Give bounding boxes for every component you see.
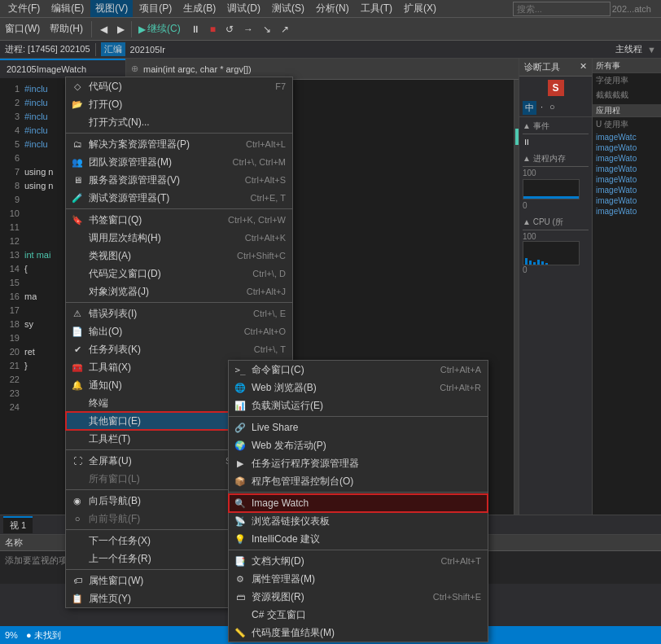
- function-label: main(int argc, char * argv[]): [143, 64, 252, 74]
- sep3: [66, 302, 292, 303]
- fwd-btn[interactable]: ▶: [112, 22, 129, 37]
- menu-debug[interactable]: 调试(D): [222, 0, 265, 17]
- watch-panel-header: 所有事: [593, 59, 661, 73]
- zoom-level: 9%: [5, 630, 18, 640]
- restart-btn[interactable]: ↺: [221, 22, 239, 37]
- window-title: 202...atch: [612, 4, 658, 14]
- submenu-load-test[interactable]: 📊 负载测试运行(E): [229, 396, 488, 414]
- submenu-command-window[interactable]: >_ 命令窗口(C) Ctrl+Alt+A: [229, 361, 488, 379]
- code-menu-icon: ◇: [71, 81, 84, 92]
- menu-item-team-explorer[interactable]: 👥 团队资源管理器(M) Ctrl+\, Ctrl+M: [66, 153, 292, 171]
- submenu-web-publish[interactable]: 🌍 Web 发布活动(P): [229, 436, 488, 454]
- menu-analyze[interactable]: 分析(N): [311, 0, 354, 17]
- process-label: 进程: [17456] 202105: [5, 43, 90, 55]
- image-watch-label: Image Watch: [252, 497, 481, 509]
- diagnostics-close-icon[interactable]: ✕: [580, 61, 587, 72]
- menu-project[interactable]: 项目(P): [134, 0, 177, 17]
- submenu-intellicode[interactable]: 💡 IntelliCode 建议: [229, 530, 488, 548]
- sep1: [66, 133, 292, 134]
- memory-section: ▲ 进程内存 100 0: [519, 150, 592, 213]
- submenu-resource-view[interactable]: 🗃 资源视图(R) Ctrl+Shift+E: [229, 588, 488, 606]
- stepover-btn[interactable]: →: [239, 22, 258, 37]
- menu-build[interactable]: 生成(B): [178, 0, 221, 17]
- submenu-prop-manager[interactable]: ⚙ 属性管理器(M): [229, 570, 488, 588]
- s-icon: S: [548, 80, 564, 96]
- watch-tab-1[interactable]: 视 1: [3, 516, 33, 533]
- menu-item-call-hierarchy[interactable]: 调用层次结构(H) Ctrl+Alt+K: [66, 229, 292, 247]
- events-controls: ⏸: [523, 138, 589, 147]
- menu-test[interactable]: 测试(S): [267, 0, 309, 17]
- back-btn[interactable]: ◀: [95, 22, 112, 37]
- pause-btn[interactable]: ⏸: [186, 22, 205, 37]
- events-section: ▲ 事件 ⏸: [519, 117, 592, 150]
- menu-item-task-list[interactable]: ✔ 任务列表(K) Ctrl+\, T: [66, 340, 292, 358]
- code-tab[interactable]: 202105ImageWatch: [0, 59, 125, 78]
- cpu-chart: [523, 241, 580, 265]
- menu-view[interactable]: 视图(V): [90, 0, 133, 17]
- sub-sep1: [229, 416, 488, 417]
- stepinto-btn[interactable]: ↘: [258, 22, 276, 37]
- watch-panel: 所有事 字使用率 截截截截 应用程 U 使用率 imageWatc imageW…: [592, 59, 661, 515]
- menu-item-open[interactable]: 📂 打开(O): [66, 95, 292, 113]
- stepout-btn[interactable]: ↗: [276, 22, 294, 37]
- watch-entry-1: imageWatc: [593, 132, 661, 142]
- submenu-live-share[interactable]: 🔗 Live Share: [229, 418, 488, 436]
- search-input[interactable]: [513, 2, 611, 16]
- sub-sep3: [229, 550, 488, 550]
- watch-entry-7: imageWato: [593, 195, 661, 206]
- compile-label: 汇编: [101, 42, 125, 56]
- menu-item-error-list[interactable]: ⚠ 错误列表(I) Ctrl+\, E: [66, 304, 292, 322]
- submenu-csharp-interactive[interactable]: C# 交互窗口: [229, 606, 488, 624]
- menu-item-server-explorer[interactable]: 🖥 服务器资源管理器(V) Ctrl+Alt+S: [66, 171, 292, 189]
- sep2: [66, 208, 292, 209]
- status-text: ● 未找到: [26, 629, 61, 642]
- submenu-task-runner[interactable]: ▶ 任务运行程序资源管理器: [229, 454, 488, 472]
- menu-file[interactable]: 文件(F): [3, 0, 45, 17]
- diag-toolbar: 中 · ○: [519, 99, 592, 117]
- menu-item-output[interactable]: 📄 输出(O) Ctrl+Alt+O: [66, 322, 292, 340]
- menu-tools[interactable]: 工具(T): [356, 0, 397, 17]
- main-thread-label: 主线程: [615, 43, 642, 55]
- stop-btn[interactable]: ■: [205, 22, 221, 37]
- watch-entry-6: imageWato: [593, 185, 661, 195]
- continue-button[interactable]: ▶ 继续(C): [134, 20, 186, 37]
- cpu-section: ▲ CPU (所 100 0: [519, 213, 592, 278]
- compile-file: 202105Ir: [130, 45, 165, 55]
- menu-item-code[interactable]: ◇ 代码(C) F7: [66, 77, 292, 95]
- diag-btn-2[interactable]: ·: [538, 101, 545, 115]
- watch-entry-3: imageWato: [593, 153, 661, 164]
- menu-window[interactable]: 窗口(W): [0, 20, 45, 37]
- menu-bar: 文件(F) 编辑(E) 视图(V) 项目(P) 生成(B) 调试(D) 测试(S…: [0, 0, 661, 18]
- diag-btn-3[interactable]: ○: [547, 101, 558, 115]
- sub-sep2: [229, 492, 488, 493]
- submenu-browser-link[interactable]: 📡 浏览器链接仪表板: [229, 512, 488, 530]
- watch-entry-5: imageWato: [593, 174, 661, 185]
- watch-entry-4: imageWato: [593, 164, 661, 174]
- menu-item-bookmarks[interactable]: 🔖 书签窗口(Q) Ctrl+K, Ctrl+W: [66, 211, 292, 229]
- open-icon: 📂: [71, 99, 84, 110]
- pause-events-icon[interactable]: ⏸: [523, 138, 531, 147]
- diagnostics-panel: 诊断工具 ✕ S 中 · ○ ▲ 事件 ⏸ ▲ 进程内存 100: [519, 59, 592, 515]
- menu-edit[interactable]: 编辑(E): [46, 0, 89, 17]
- menu-item-code-definition[interactable]: 代码定义窗口(D) Ctrl+\, D: [66, 265, 292, 283]
- memory-chart: [523, 179, 580, 199]
- menu-item-test-explorer[interactable]: 🧪 测试资源管理器(T) Ctrl+E, T: [66, 189, 292, 207]
- submenu-package-manager[interactable]: 📦 程序包管理器控制台(O): [229, 472, 488, 490]
- filter-icon: ▼: [647, 45, 656, 55]
- submenu-code-metrics[interactable]: 📏 代码度量值结果(M): [229, 624, 488, 642]
- diag-btn-1[interactable]: 中: [523, 101, 536, 115]
- diagnostics-title: 诊断工具 ✕: [519, 59, 592, 77]
- menu-item-solution-explorer[interactable]: 🗂 解决方案资源管理器(P) Ctrl+Alt+L: [66, 135, 292, 153]
- watch-entry-2: imageWato: [593, 142, 661, 153]
- menu-item-open-with[interactable]: 打开方式(N)...: [66, 113, 292, 131]
- menu-item-object-browser[interactable]: 对象浏览器(J) Ctrl+Alt+J: [66, 283, 292, 300]
- watch-usage-label: 字使用率: [593, 73, 661, 88]
- watch-entry-8: imageWato: [593, 206, 661, 217]
- other-windows-submenu[interactable]: >_ 命令窗口(C) Ctrl+Alt+A 🌐 Web 浏览器(B) Ctrl+…: [228, 360, 488, 642]
- menu-extensions[interactable]: 扩展(X): [399, 0, 441, 17]
- submenu-web-browser[interactable]: 🌐 Web 浏览器(B) Ctrl+Alt+R: [229, 379, 488, 396]
- menu-item-class-view[interactable]: 类视图(A) Ctrl+Shift+C: [66, 247, 292, 265]
- submenu-image-watch[interactable]: 🔍 Image Watch: [229, 494, 488, 512]
- submenu-doc-outline[interactable]: 📑 文档大纲(D) Ctrl+Alt+T: [229, 552, 488, 570]
- menu-help[interactable]: 帮助(H): [45, 20, 88, 37]
